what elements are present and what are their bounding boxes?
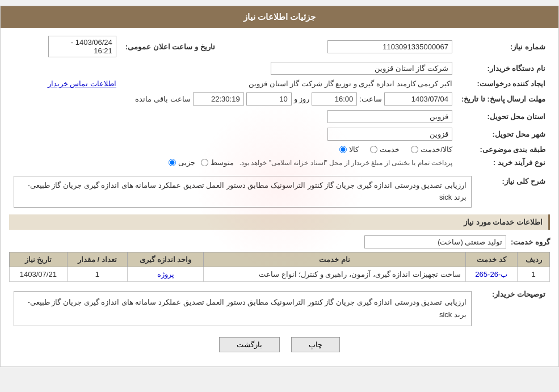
tabaqeh-khadamat-radio[interactable] [370, 146, 377, 153]
table-row: 1 ب-26-265 ساخت تجهیزات اندازه گیری، آزم… [10, 267, 550, 281]
nam-dastgah-label: نام دستگاه خریدار: [457, 60, 550, 77]
col-tedad: تعداد / مقدار [67, 252, 127, 267]
back-button[interactable]: بازگشت [219, 337, 280, 352]
col-tarikh: تاریخ نیاز [10, 252, 68, 267]
col-vahed: واحد اندازه گیری [128, 252, 204, 267]
shomara-niaz-label: شماره نیاز: [457, 33, 550, 60]
cell-code: ب-26-265 [465, 267, 517, 281]
ijad-value: اکبر کریمی کارمند اندازه گیری و توزیع گا… [249, 79, 452, 88]
cell-name: ساخت تجهیزات اندازه گیری، آزمون، راهبری … [204, 267, 465, 281]
cell-vahed: پروژه [128, 267, 204, 281]
cell-tedad: 1 [67, 267, 127, 281]
print-button[interactable]: چاپ [291, 337, 340, 352]
sherkat-value: شرکت گاز استان قزوین [271, 62, 452, 75]
mohlat-label: مهلت ارسال پاسخ: تا تاریخ: [457, 90, 550, 108]
buyer-desc-value: ارزیابی تصدیق ودرستی اندازه گیری جریان گ… [14, 291, 472, 326]
tabaqeh-label: طبقه بندی موضوعی: [457, 143, 550, 156]
col-code: کد خدمت [465, 252, 517, 267]
ijad-label: ایجاد کننده درخواست: [457, 77, 550, 90]
mohlat-date: 1403/07/04 [384, 92, 452, 106]
ijad-link[interactable]: اطلاعات تماس خریدار [48, 79, 116, 88]
page-title: جزئیات اطلاعات نیاز [1, 6, 558, 28]
cell-radif: 1 [518, 267, 550, 281]
nooe-jozi-radio[interactable] [169, 159, 176, 166]
ettelaat-section-title: اطلاعات خدمات مورد نیاز [9, 214, 550, 230]
tabaqeh-khadamat-label: خدمت [380, 145, 400, 154]
tabaqeh-kala-khadamat-label: کالا/خدمت [421, 145, 452, 154]
nooe-label: نوع فرآیند خرید : [457, 156, 550, 169]
sharh-value: ارزیابی تصدیق ودرستی اندازه گیری جریان گ… [14, 176, 472, 208]
ostan-label: استان محل تحویل: [457, 108, 550, 125]
col-name: نام خدمت [204, 252, 465, 267]
group-label: گروه خدمت: [511, 238, 550, 246]
nooe-motavaset-label: متوسط [211, 158, 234, 167]
ostan-value: قزوین [327, 110, 452, 123]
mohlat-roz-value: 10 [246, 92, 292, 106]
mohlat-saat-value: 16:00 [312, 92, 357, 106]
tarikh-label: تاریخ و ساعت اعلان عمومی: [121, 33, 220, 60]
cell-tarikh: 1403/07/21 [10, 267, 68, 281]
group-value: تولید صنعتی (ساخت) [364, 235, 506, 248]
mohlat-saat-label: ساعت: [359, 95, 382, 103]
shahr-label: شهر محل تحویل: [457, 125, 550, 143]
mohlat-roz-label: روز و [294, 95, 310, 103]
nooe-description: پرداخت تمام یا بخشی از مبلغ خریدار از مح… [239, 159, 452, 167]
mohlat-baqi-value: 22:30:19 [193, 92, 244, 106]
shahr-value: قزوین [327, 128, 452, 141]
tabaqeh-kala-radio[interactable] [339, 146, 347, 153]
nooe-motavaset-radio[interactable] [201, 159, 208, 166]
buyer-desc-label: توصیحات خریدار: [476, 286, 550, 328]
mohlat-baqi-label: ساعت باقی مانده [135, 95, 190, 103]
tabaqeh-kala-label: کالا [349, 145, 359, 154]
shomara-niaz-value: 1103091335000067 [327, 40, 452, 53]
sharh-label: شرح کلی نیاز: [476, 174, 550, 210]
tabaqeh-kala-khadamat-radio[interactable] [411, 146, 418, 153]
col-radif: ردیف [518, 252, 550, 267]
tarikh-value: 1403/06/24 - 16:21 [48, 36, 116, 57]
nooe-jozi-label: جزیی [178, 158, 195, 167]
